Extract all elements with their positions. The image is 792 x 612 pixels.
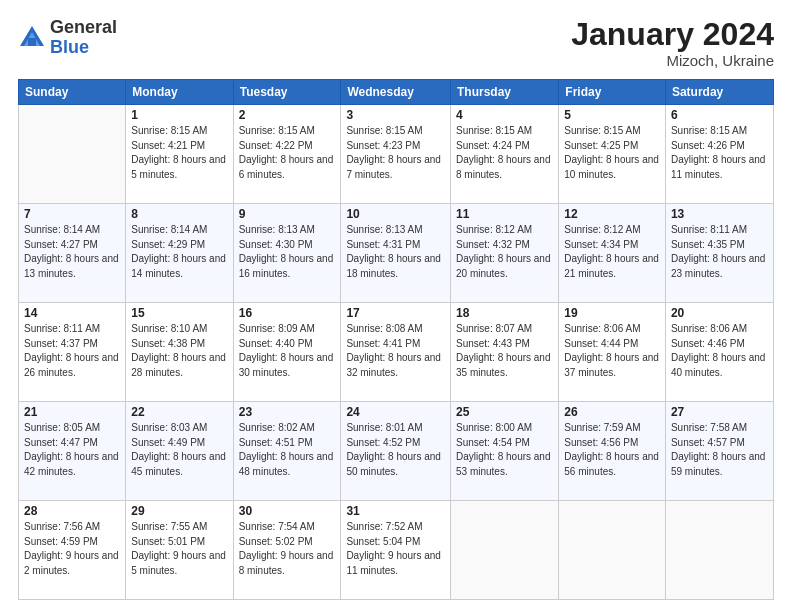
sunset-text: Sunset: 4:46 PM [671, 338, 745, 349]
day-number: 25 [456, 405, 553, 419]
day-number: 23 [239, 405, 336, 419]
calendar-cell: 21Sunrise: 8:05 AMSunset: 4:47 PMDayligh… [19, 402, 126, 501]
day-info: Sunrise: 8:15 AMSunset: 4:26 PMDaylight:… [671, 124, 768, 182]
sunset-text: Sunset: 4:54 PM [456, 437, 530, 448]
day-number: 31 [346, 504, 445, 518]
sunrise-text: Sunrise: 7:59 AM [564, 422, 640, 433]
day-info: Sunrise: 7:55 AMSunset: 5:01 PMDaylight:… [131, 520, 227, 578]
day-info: Sunrise: 8:15 AMSunset: 4:24 PMDaylight:… [456, 124, 553, 182]
calendar-cell: 23Sunrise: 8:02 AMSunset: 4:51 PMDayligh… [233, 402, 341, 501]
month-title: January 2024 [571, 18, 774, 50]
sunrise-text: Sunrise: 8:14 AM [131, 224, 207, 235]
daylight-text: Daylight: 8 hours and 42 minutes. [24, 451, 119, 477]
daylight-text: Daylight: 8 hours and 18 minutes. [346, 253, 441, 279]
calendar-cell: 10Sunrise: 8:13 AMSunset: 4:31 PMDayligh… [341, 204, 451, 303]
calendar-cell: 13Sunrise: 8:11 AMSunset: 4:35 PMDayligh… [665, 204, 773, 303]
day-info: Sunrise: 8:12 AMSunset: 4:32 PMDaylight:… [456, 223, 553, 281]
calendar-cell: 7Sunrise: 8:14 AMSunset: 4:27 PMDaylight… [19, 204, 126, 303]
weekday-header-row: Sunday Monday Tuesday Wednesday Thursday… [19, 80, 774, 105]
calendar-cell [19, 105, 126, 204]
calendar-cell: 1Sunrise: 8:15 AMSunset: 4:21 PMDaylight… [126, 105, 233, 204]
sunrise-text: Sunrise: 8:03 AM [131, 422, 207, 433]
calendar-cell: 25Sunrise: 8:00 AMSunset: 4:54 PMDayligh… [450, 402, 558, 501]
sunrise-text: Sunrise: 8:15 AM [564, 125, 640, 136]
daylight-text: Daylight: 8 hours and 8 minutes. [456, 154, 551, 180]
day-number: 1 [131, 108, 227, 122]
svg-rect-2 [28, 38, 36, 46]
daylight-text: Daylight: 8 hours and 53 minutes. [456, 451, 551, 477]
sunrise-text: Sunrise: 8:09 AM [239, 323, 315, 334]
sunset-text: Sunset: 5:04 PM [346, 536, 420, 547]
daylight-text: Daylight: 9 hours and 2 minutes. [24, 550, 119, 576]
day-info: Sunrise: 7:52 AMSunset: 5:04 PMDaylight:… [346, 520, 445, 578]
week-row-2: 14Sunrise: 8:11 AMSunset: 4:37 PMDayligh… [19, 303, 774, 402]
week-row-4: 28Sunrise: 7:56 AMSunset: 4:59 PMDayligh… [19, 501, 774, 600]
day-number: 14 [24, 306, 120, 320]
logo: General Blue [18, 18, 117, 58]
header-saturday: Saturday [665, 80, 773, 105]
calendar-cell: 4Sunrise: 8:15 AMSunset: 4:24 PMDaylight… [450, 105, 558, 204]
sunset-text: Sunset: 4:26 PM [671, 140, 745, 151]
daylight-text: Daylight: 8 hours and 5 minutes. [131, 154, 226, 180]
calendar-cell: 12Sunrise: 8:12 AMSunset: 4:34 PMDayligh… [559, 204, 666, 303]
day-info: Sunrise: 8:15 AMSunset: 4:23 PMDaylight:… [346, 124, 445, 182]
day-number: 11 [456, 207, 553, 221]
day-number: 12 [564, 207, 660, 221]
day-info: Sunrise: 8:14 AMSunset: 4:27 PMDaylight:… [24, 223, 120, 281]
day-info: Sunrise: 8:13 AMSunset: 4:30 PMDaylight:… [239, 223, 336, 281]
header-tuesday: Tuesday [233, 80, 341, 105]
day-info: Sunrise: 8:14 AMSunset: 4:29 PMDaylight:… [131, 223, 227, 281]
day-info: Sunrise: 7:59 AMSunset: 4:56 PMDaylight:… [564, 421, 660, 479]
day-info: Sunrise: 7:56 AMSunset: 4:59 PMDaylight:… [24, 520, 120, 578]
day-number: 29 [131, 504, 227, 518]
sunset-text: Sunset: 5:01 PM [131, 536, 205, 547]
daylight-text: Daylight: 8 hours and 35 minutes. [456, 352, 551, 378]
daylight-text: Daylight: 8 hours and 59 minutes. [671, 451, 766, 477]
sunrise-text: Sunrise: 8:12 AM [564, 224, 640, 235]
day-info: Sunrise: 8:03 AMSunset: 4:49 PMDaylight:… [131, 421, 227, 479]
sunset-text: Sunset: 4:29 PM [131, 239, 205, 250]
day-number: 28 [24, 504, 120, 518]
daylight-text: Daylight: 9 hours and 11 minutes. [346, 550, 441, 576]
calendar-cell: 2Sunrise: 8:15 AMSunset: 4:22 PMDaylight… [233, 105, 341, 204]
sunrise-text: Sunrise: 8:15 AM [456, 125, 532, 136]
daylight-text: Daylight: 8 hours and 14 minutes. [131, 253, 226, 279]
day-number: 3 [346, 108, 445, 122]
sunrise-text: Sunrise: 8:13 AM [346, 224, 422, 235]
sunrise-text: Sunrise: 7:58 AM [671, 422, 747, 433]
day-number: 8 [131, 207, 227, 221]
day-number: 15 [131, 306, 227, 320]
calendar-cell [450, 501, 558, 600]
sunset-text: Sunset: 4:52 PM [346, 437, 420, 448]
day-info: Sunrise: 8:02 AMSunset: 4:51 PMDaylight:… [239, 421, 336, 479]
header-thursday: Thursday [450, 80, 558, 105]
calendar-cell: 19Sunrise: 8:06 AMSunset: 4:44 PMDayligh… [559, 303, 666, 402]
sunset-text: Sunset: 4:40 PM [239, 338, 313, 349]
daylight-text: Daylight: 8 hours and 21 minutes. [564, 253, 659, 279]
day-number: 27 [671, 405, 768, 419]
calendar-cell: 15Sunrise: 8:10 AMSunset: 4:38 PMDayligh… [126, 303, 233, 402]
logo-icon [18, 24, 46, 52]
header-sunday: Sunday [19, 80, 126, 105]
sunset-text: Sunset: 4:44 PM [564, 338, 638, 349]
header-friday: Friday [559, 80, 666, 105]
day-info: Sunrise: 8:05 AMSunset: 4:47 PMDaylight:… [24, 421, 120, 479]
sunrise-text: Sunrise: 8:15 AM [346, 125, 422, 136]
day-number: 26 [564, 405, 660, 419]
sunset-text: Sunset: 4:25 PM [564, 140, 638, 151]
daylight-text: Daylight: 8 hours and 28 minutes. [131, 352, 226, 378]
logo-general-text: General [50, 17, 117, 37]
sunset-text: Sunset: 4:37 PM [24, 338, 98, 349]
calendar-cell: 3Sunrise: 8:15 AMSunset: 4:23 PMDaylight… [341, 105, 451, 204]
header-monday: Monday [126, 80, 233, 105]
day-number: 2 [239, 108, 336, 122]
day-info: Sunrise: 8:08 AMSunset: 4:41 PMDaylight:… [346, 322, 445, 380]
sunset-text: Sunset: 4:57 PM [671, 437, 745, 448]
calendar-cell: 24Sunrise: 8:01 AMSunset: 4:52 PMDayligh… [341, 402, 451, 501]
calendar-cell: 5Sunrise: 8:15 AMSunset: 4:25 PMDaylight… [559, 105, 666, 204]
day-info: Sunrise: 7:54 AMSunset: 5:02 PMDaylight:… [239, 520, 336, 578]
daylight-text: Daylight: 8 hours and 50 minutes. [346, 451, 441, 477]
sunset-text: Sunset: 4:30 PM [239, 239, 313, 250]
calendar-cell: 22Sunrise: 8:03 AMSunset: 4:49 PMDayligh… [126, 402, 233, 501]
day-info: Sunrise: 8:15 AMSunset: 4:25 PMDaylight:… [564, 124, 660, 182]
